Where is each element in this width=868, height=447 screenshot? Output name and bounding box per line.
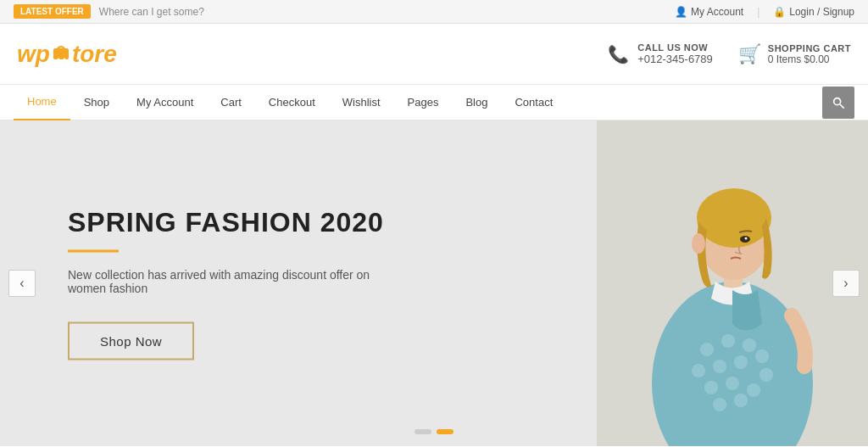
search-icon (832, 96, 845, 109)
call-label: CALL US NOW (637, 42, 713, 53)
top-bar-left: LATEST OFFER Where can I get some? (14, 4, 204, 19)
nav-shop[interactable]: Shop (70, 85, 123, 120)
nav-bar: Home Shop My Account Cart Checkout Wishl… (0, 85, 868, 120)
hero-content: SPRING FASHION 2020 New collection has a… (68, 207, 390, 360)
svg-point-17 (747, 383, 760, 397)
svg-line-4 (840, 104, 844, 109)
svg-rect-0 (53, 48, 69, 59)
logo-cart-icon (52, 44, 70, 64)
top-bar-search-text: Where can I get some? (99, 6, 204, 18)
svg-point-7 (700, 343, 714, 356)
header: wp tore 📞 CALL US NOW +012-345-6789 🛒 SH… (0, 24, 868, 85)
svg-point-12 (755, 349, 769, 363)
logo[interactable]: wp tore (17, 41, 117, 68)
svg-point-24 (745, 237, 748, 240)
svg-point-19 (734, 394, 748, 407)
nav-home[interactable]: Home (14, 85, 70, 120)
nav-wishlist[interactable]: Wishlist (329, 85, 394, 120)
svg-point-16 (726, 377, 739, 390)
svg-point-9 (743, 338, 756, 352)
cart-area[interactable]: 🛒 SHOPPING CART 0 Items $0.00 (738, 43, 851, 65)
cart-label: SHOPPING CART (768, 43, 851, 53)
svg-point-13 (692, 364, 705, 377)
shop-now-button[interactable]: Shop Now (68, 322, 194, 360)
nav-checkout[interactable]: Checkout (255, 85, 329, 120)
logo-store: tore (72, 41, 117, 68)
svg-point-10 (713, 360, 726, 373)
svg-point-2 (63, 58, 65, 60)
hero-divider (68, 250, 119, 253)
svg-point-25 (692, 233, 705, 254)
hero-title: SPRING FASHION 2020 (68, 207, 390, 238)
svg-point-18 (713, 398, 726, 411)
nav-contact[interactable]: Contact (501, 85, 566, 120)
login-signup-link[interactable]: 🔒 Login / Signup (773, 6, 854, 18)
hero-image (597, 120, 868, 446)
latest-offer-badge[interactable]: LATEST OFFER (14, 4, 91, 19)
user-icon: 👤 (675, 6, 687, 18)
search-button[interactable] (822, 87, 854, 119)
slide-dot-1[interactable] (415, 429, 431, 434)
hero-person-svg (597, 120, 868, 446)
top-bar: LATEST OFFER Where can I get some? 👤 My … (0, 0, 868, 24)
svg-point-11 (734, 355, 748, 369)
header-right: 📞 CALL US NOW +012-345-6789 🛒 SHOPPING C… (608, 42, 851, 65)
top-bar-right: 👤 My Account | 🔒 Login / Signup (675, 6, 854, 18)
cart-count: 0 Items $0.00 (768, 53, 851, 65)
header-contact: 📞 CALL US NOW +012-345-6789 (608, 42, 713, 65)
phone-icon: 📞 (608, 44, 629, 64)
logo-wp: wp (17, 41, 50, 68)
call-number: +012-345-6789 (637, 53, 713, 65)
prev-slide-button[interactable]: ‹ (8, 270, 36, 297)
nav-my-account[interactable]: My Account (123, 85, 207, 120)
my-account-link[interactable]: 👤 My Account (675, 6, 743, 18)
slide-dot-2[interactable] (437, 429, 453, 434)
svg-point-22 (697, 188, 771, 248)
hero-subtitle: New collection has arrived with amazing … (68, 268, 390, 295)
hero-slider: ‹ SPRING FASHION 2020 New collection has… (0, 120, 868, 446)
nav-items: Home Shop My Account Cart Checkout Wishl… (14, 85, 822, 120)
nav-cart[interactable]: Cart (207, 85, 255, 120)
svg-point-3 (834, 98, 841, 104)
top-bar-divider: | (757, 6, 760, 18)
nav-blog[interactable]: Blog (452, 85, 501, 120)
login-icon: 🔒 (773, 6, 786, 18)
svg-point-15 (704, 381, 718, 394)
nav-pages[interactable]: Pages (394, 85, 453, 120)
svg-point-1 (57, 58, 59, 60)
cart-icon: 🛒 (738, 43, 761, 65)
next-slide-button[interactable]: › (832, 270, 860, 297)
slider-dots (415, 429, 453, 434)
cart-info: SHOPPING CART 0 Items $0.00 (768, 43, 851, 65)
contact-info: CALL US NOW +012-345-6789 (637, 42, 713, 65)
svg-point-14 (760, 368, 773, 382)
svg-point-8 (721, 334, 735, 348)
